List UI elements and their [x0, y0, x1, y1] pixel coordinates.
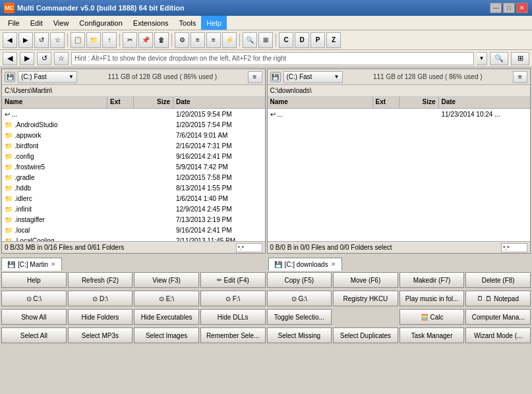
- nav-refresh[interactable]: ↺: [37, 52, 51, 65]
- menu-configuration[interactable]: Configuration: [74, 16, 127, 30]
- left-file-row[interactable]: 📁.local9/16/2014 2:41 PM: [2, 225, 265, 235]
- col-date-right: Date: [439, 97, 531, 108]
- toolbar-refresh[interactable]: ↺: [34, 32, 49, 48]
- toolbar-p[interactable]: P: [310, 32, 325, 48]
- makedir-btn[interactable]: Makedir (F7): [399, 272, 465, 288]
- help-btn[interactable]: Help: [1, 272, 67, 288]
- hint-dropdown[interactable]: ▼: [477, 52, 487, 65]
- left-panel-opts[interactable]: ≡: [248, 71, 262, 83]
- toolbar-search[interactable]: 🔍: [243, 32, 257, 48]
- delete-btn[interactable]: Delete (F8): [465, 272, 531, 288]
- c-drive-btn[interactable]: ⊙ C:\: [1, 291, 67, 306]
- toggle-sel-btn[interactable]: Toggle Selectio...: [267, 309, 332, 325]
- toolbar-cut[interactable]: ✂: [123, 32, 137, 48]
- right-file-list[interactable]: ↩...11/23/2014 10:24 ...: [268, 109, 531, 241]
- nav-forward[interactable]: ▶: [20, 52, 34, 65]
- toolbar-btn2[interactable]: ≡: [191, 32, 205, 48]
- maximize-btn[interactable]: □: [503, 3, 515, 13]
- right-panel-status: 0 B/0 B in 0/0 Files and 0/0 Folders sel…: [268, 241, 531, 253]
- right-panel-opts[interactable]: ≡: [513, 71, 527, 83]
- toolbar-forward[interactable]: ▶: [18, 32, 33, 48]
- d-drive-btn[interactable]: ⊙ D:\: [68, 291, 133, 306]
- toolbar-c[interactable]: C: [279, 32, 293, 48]
- right-tab-close[interactable]: ✕: [331, 261, 336, 267]
- toolbar-new-folder[interactable]: 📁: [86, 32, 101, 48]
- wizard-btn[interactable]: Wizard Mode (...: [465, 327, 531, 343]
- g-drive-btn[interactable]: ⊙ G:\: [267, 291, 332, 306]
- toolbar-btn4[interactable]: ⚡: [222, 32, 237, 48]
- hide-folders-btn[interactable]: Hide Folders: [68, 309, 133, 325]
- registry-btn[interactable]: Registry HKCU: [333, 291, 398, 306]
- nav-btn1[interactable]: 🔍: [490, 52, 508, 65]
- toolbar-btn3[interactable]: ≡: [206, 32, 221, 48]
- toolbar-up[interactable]: ↑: [102, 32, 117, 48]
- left-file-row[interactable]: 📁.frostwire55/9/2014 7:42 PM: [2, 161, 265, 172]
- left-file-row[interactable]: 📁.AndroidStudio1/20/2015 7:54 PM: [2, 119, 265, 130]
- e-drive-btn[interactable]: ⊙ E:\: [134, 291, 199, 306]
- edit-btn[interactable]: ✏ Edit (F4): [200, 272, 266, 288]
- left-drive-select[interactable]: (C:) Fast ▼: [18, 71, 77, 83]
- toolbar-back[interactable]: ◀: [3, 32, 17, 48]
- toolbar-filter[interactable]: ⊞: [258, 32, 273, 48]
- copy-btn[interactable]: Copy (F5): [267, 272, 332, 288]
- right-col-headers: Name Ext Size Date: [268, 97, 531, 109]
- nav-btn2[interactable]: ⊞: [511, 52, 529, 65]
- select-images-btn[interactable]: Select Images: [134, 327, 199, 343]
- toolbar-star[interactable]: ☆: [50, 32, 65, 48]
- nav-star[interactable]: ☆: [54, 52, 69, 65]
- refresh-btn[interactable]: Refresh (F2): [68, 272, 133, 288]
- left-file-row[interactable]: 📁.infinit12/9/2014 2:45 PM: [2, 204, 265, 214]
- toolbar-d[interactable]: D: [295, 32, 309, 48]
- notepad-btn[interactable]: 🗒 🗒 Notepad: [465, 291, 531, 306]
- left-file-row[interactable]: 📁.gradle1/20/2015 7:58 PM: [2, 172, 265, 183]
- menu-edit[interactable]: Edit: [25, 16, 48, 30]
- minimize-btn[interactable]: —: [490, 3, 502, 13]
- computer-mgr-btn[interactable]: Computer Mana...: [465, 309, 531, 325]
- left-filter[interactable]: [236, 243, 262, 252]
- f-drive-btn[interactable]: ⊙ F:\: [200, 291, 266, 306]
- left-file-row[interactable]: 📁.config9/16/2014 2:41 PM: [2, 151, 265, 161]
- menu-help[interactable]: Help: [201, 16, 227, 30]
- left-file-row[interactable]: 📁.instagiffer7/13/2013 2:19 PM: [2, 214, 265, 225]
- file-name-cell: 📁.local: [2, 227, 107, 234]
- select-missing-btn[interactable]: Select Missing: [267, 327, 332, 343]
- menu-bar: File Edit View Configuration Extensions …: [0, 16, 532, 30]
- nav-back[interactable]: ◀: [3, 52, 17, 65]
- right-drive-select[interactable]: (C:) Fast ▼: [283, 71, 343, 83]
- left-file-row[interactable]: 📁.hddb8/13/2014 1:55 PM: [2, 183, 265, 193]
- hide-exec-btn[interactable]: Hide Executables: [134, 309, 199, 325]
- select-dup-btn[interactable]: Select Duplicates: [333, 327, 398, 343]
- select-all-btn[interactable]: Select All: [1, 327, 67, 343]
- left-file-row[interactable]: 📁.LocalCooling2/11/2013 11:45 PM: [2, 235, 265, 241]
- hide-dlls-btn[interactable]: Hide DLLs: [200, 309, 266, 325]
- menu-file[interactable]: File: [3, 16, 25, 30]
- toolbar-delete[interactable]: 🗑: [154, 32, 169, 48]
- left-file-list[interactable]: ↩...1/20/2015 9:54 PM📁.AndroidStudio1/20…: [2, 109, 265, 241]
- select-mp3-btn[interactable]: Select MP3s: [68, 327, 133, 343]
- show-all-btn[interactable]: Show All: [1, 309, 67, 325]
- close-btn[interactable]: ✕: [516, 3, 528, 13]
- right-filter[interactable]: [501, 243, 527, 252]
- left-file-row[interactable]: 📁.birdfont2/16/2014 7:31 PM: [2, 140, 265, 151]
- remember-sel-btn[interactable]: Remember Sele...: [200, 327, 266, 343]
- move-btn[interactable]: Move (F6): [333, 272, 398, 288]
- task-mgr-btn[interactable]: Task Manager: [399, 327, 465, 343]
- view-btn[interactable]: View (F3): [134, 272, 199, 288]
- toolbar-z[interactable]: Z: [326, 32, 341, 48]
- col-name-left: Name: [2, 97, 107, 108]
- left-file-row[interactable]: 📁.appwork7/6/2014 9:01 AM: [2, 130, 265, 140]
- right-file-row[interactable]: ↩...11/23/2014 10:24 ...: [268, 109, 531, 119]
- left-tab-close[interactable]: ✕: [51, 261, 56, 267]
- music-btn[interactable]: Play music in fol...: [399, 291, 465, 306]
- menu-view[interactable]: View: [48, 16, 74, 30]
- left-tab-1[interactable]: 💾 [C:] Martin ✕: [1, 258, 62, 271]
- right-tab-1[interactable]: 💾 [C:] downloads ✕: [268, 258, 342, 271]
- toolbar-paste[interactable]: 📌: [138, 32, 153, 48]
- toolbar-btn1[interactable]: ⚙: [175, 32, 189, 48]
- menu-extensions[interactable]: Extensions: [128, 16, 174, 30]
- left-file-row[interactable]: ↩...1/20/2015 9:54 PM: [2, 109, 265, 119]
- toolbar-copy-path[interactable]: 📋: [71, 32, 85, 48]
- calc-btn[interactable]: 🧮 Calc: [399, 309, 465, 325]
- menu-tools[interactable]: Tools: [174, 16, 202, 30]
- left-file-row[interactable]: 📁.idlerc1/6/2014 1:40 PM: [2, 193, 265, 204]
